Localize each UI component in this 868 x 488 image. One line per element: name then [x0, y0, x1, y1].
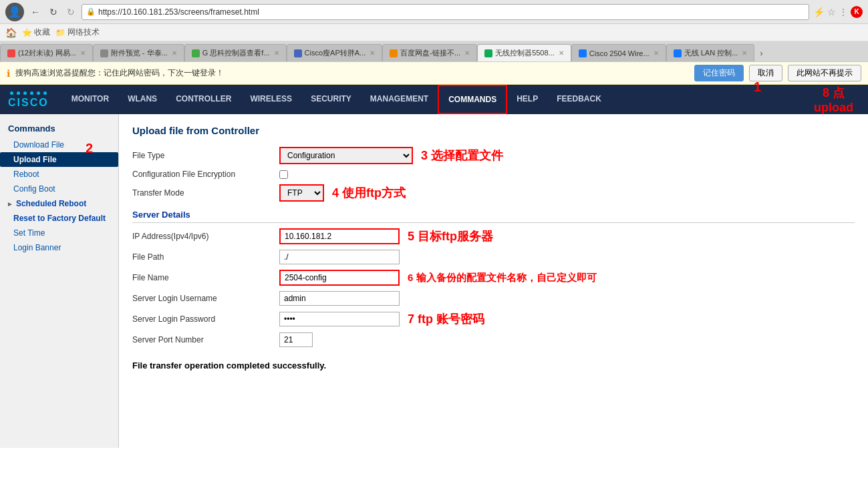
sidebar-item-config-boot[interactable]: Config Boot — [0, 182, 118, 196]
app-body: Commands Download File Upload File Reboo… — [0, 114, 868, 448]
browser-chrome: 👤 ← ↻ ↻ 🔒 https://10.160.181.253/screens… — [0, 0, 868, 62]
kaspersky-icon: K — [851, 6, 863, 18]
nav-wireless[interactable]: WIRELESS — [241, 85, 301, 114]
transfer-mode-label: Transfer Mode — [132, 188, 279, 198]
transfer-mode-select[interactable]: FTP TFTP SFTP — [279, 184, 324, 202]
file-path-input[interactable] — [279, 250, 400, 264]
sidebar-item-reset-factory[interactable]: Reset to Factory Default — [0, 211, 118, 226]
browser-titlebar: 👤 ← ↻ ↻ 🔒 https://10.160.181.253/screens… — [0, 0, 868, 24]
tabs-bar: (12封未读) 网易... ✕ 附件预览 - 华泰... ✕ G 思科控制器查看… — [0, 41, 868, 61]
tab-close-2[interactable]: ✕ — [274, 49, 279, 57]
tab-close-6[interactable]: ✕ — [654, 49, 659, 57]
nav-commands[interactable]: COMMANDS — [438, 85, 507, 114]
tab-4[interactable]: 百度网盘-链接不... ✕ — [382, 44, 477, 61]
port-input[interactable] — [279, 332, 313, 347]
username-input[interactable] — [279, 291, 400, 306]
tab-close-1[interactable]: ✕ — [172, 49, 177, 57]
nav-menu: MONITOR WLANs CONTROLLER WIRELESS SECURI… — [62, 85, 807, 114]
annotation-4: 4 使用ftp方式 — [332, 185, 406, 201]
lightning-icon: ⚡ — [813, 7, 825, 17]
tab-close-5[interactable]: ✕ — [559, 49, 564, 57]
port-row: Server Port Number — [132, 332, 855, 347]
sidebar-item-scheduled-reboot[interactable]: ► Scheduled Reboot — [0, 196, 118, 211]
tab-2[interactable]: G 思科控制器查看f... ✕ — [184, 44, 287, 61]
tab-more-button[interactable]: › — [754, 46, 768, 60]
password-input[interactable] — [279, 312, 400, 326]
config-encrypt-row: Configuration File Encryption — [132, 170, 855, 179]
notification-icon: ℹ — [7, 68, 10, 79]
cisco-header: CISCO MONITOR WLANs CONTROLLER WIRELESS … — [0, 85, 868, 114]
file-path-label: File Path — [132, 252, 279, 262]
annotation-7: 7 ftp 账号密码 — [408, 311, 484, 327]
never-save-button[interactable]: 此网站不再提示 — [788, 65, 861, 81]
annotation-8: 8 点 upload — [814, 85, 860, 115]
tab-6[interactable]: Cisco 2504 Wire... ✕ — [571, 44, 666, 61]
arrow-icon: ► — [7, 200, 13, 208]
tab-close-0[interactable]: ✕ — [80, 49, 86, 57]
sidebar-item-set-time[interactable]: Set Time — [0, 226, 118, 240]
url-text: https://10.160.181.253/screens/frameset.… — [98, 7, 805, 17]
bookmarks-bar: 🏠 ⭐ 收藏 📁 网络技术 — [0, 24, 868, 41]
ip-input[interactable] — [279, 228, 400, 244]
menu-icon[interactable]: ⋮ — [839, 7, 848, 17]
tab-3[interactable]: Cisco瘦AP转胖A... ✕ — [287, 44, 383, 61]
annotation-6: 6 输入备份的配置文件名称，自己定义即可 — [408, 272, 597, 284]
cisco-wordmark: CISCO — [8, 97, 49, 109]
tab-1[interactable]: 附件预览 - 华泰... ✕ — [93, 44, 184, 61]
bookmark-favorites[interactable]: ⭐ 收藏 — [22, 27, 50, 38]
nav-help[interactable]: HELP — [507, 85, 547, 114]
cisco-logo: CISCO — [8, 91, 49, 109]
cisco-app: CISCO MONITOR WLANs CONTROLLER WIRELESS … — [0, 85, 868, 448]
address-bar[interactable]: 🔒 https://10.160.181.253/screens/framese… — [82, 4, 809, 20]
cisco-logo-dots — [9, 91, 47, 95]
username-label: Server Login Username — [132, 294, 279, 303]
config-encrypt-label: Configuration File Encryption — [132, 170, 279, 179]
sidebar-item-login-banner[interactable]: Login Banner — [0, 240, 118, 255]
file-path-row: File Path — [132, 250, 855, 264]
file-name-label: File Name — [132, 273, 279, 282]
sidebar-item-download-file[interactable]: Download File — [0, 138, 118, 152]
tab-7[interactable]: 无线 LAN 控制... ✕ — [666, 44, 755, 61]
nav-management[interactable]: MANAGEMENT — [361, 85, 438, 114]
back-button[interactable]: ← — [28, 5, 43, 19]
sidebar-section-title: Commands — [0, 119, 118, 138]
browser-actions: ⚡ ☆ ⋮ K — [813, 6, 863, 18]
star-icon[interactable]: ☆ — [827, 7, 836, 17]
bookmark-network[interactable]: 📁 网络技术 — [55, 27, 100, 38]
page-title: Upload file from Controller — [132, 125, 855, 136]
file-name-row: File Name 6 输入备份的配置文件名称，自己定义即可 — [132, 270, 855, 286]
forward-button[interactable]: ↻ — [64, 5, 78, 19]
main-content: 2 Upload file from Controller File Type … — [119, 114, 868, 448]
config-encrypt-checkbox[interactable] — [279, 170, 288, 179]
file-name-input[interactable] — [279, 270, 400, 286]
ip-label: IP Address(Ipv4/Ipv6) — [132, 232, 279, 241]
transfer-mode-row: Transfer Mode FTP TFTP SFTP 4 使用ftp方式 — [132, 184, 855, 202]
nav-controller[interactable]: CONTROLLER — [166, 85, 241, 114]
home-icon[interactable]: 🏠 — [5, 27, 17, 38]
sidebar-item-upload-file[interactable]: Upload File — [0, 152, 118, 167]
annotation-2: 2 — [86, 141, 93, 156]
password-label: Server Login Password — [132, 314, 279, 324]
nav-security[interactable]: SECURITY — [301, 85, 361, 114]
nav-feedback[interactable]: FEEDBACK — [547, 85, 611, 114]
lock-icon: 🔒 — [86, 7, 96, 16]
avatar: 👤 — [5, 3, 24, 21]
file-type-select[interactable]: Configuration — [279, 147, 413, 164]
sidebar-item-reboot[interactable]: Reboot — [0, 167, 118, 182]
refresh-button[interactable]: ↻ — [47, 5, 60, 19]
file-type-label: File Type — [132, 151, 279, 160]
nav-monitor[interactable]: MONITOR — [62, 85, 118, 114]
annotation-5: 5 目标ftp服务器 — [408, 228, 493, 244]
notification-text: 搜狗高速浏览器提醒您：记住此网站密码，下次一键登录！ — [15, 67, 689, 79]
file-type-row: File Type Configuration 3 选择配置文件 — [132, 147, 855, 164]
tab-close-3[interactable]: ✕ — [370, 49, 375, 57]
username-row: Server Login Username — [132, 291, 855, 306]
tab-close-4[interactable]: ✕ — [464, 49, 470, 57]
tab-5[interactable]: 无线控制器5508... ✕ — [477, 44, 571, 61]
nav-wlans[interactable]: WLANs — [118, 85, 166, 114]
save-password-button[interactable]: 记住密码 — [694, 65, 744, 81]
success-message: File transfer operation completed succes… — [132, 360, 855, 371]
annotation-3: 3 选择配置文件 — [421, 148, 503, 164]
tab-close-7[interactable]: ✕ — [742, 49, 747, 57]
tab-0[interactable]: (12封未读) 网易... ✕ — [0, 44, 93, 61]
